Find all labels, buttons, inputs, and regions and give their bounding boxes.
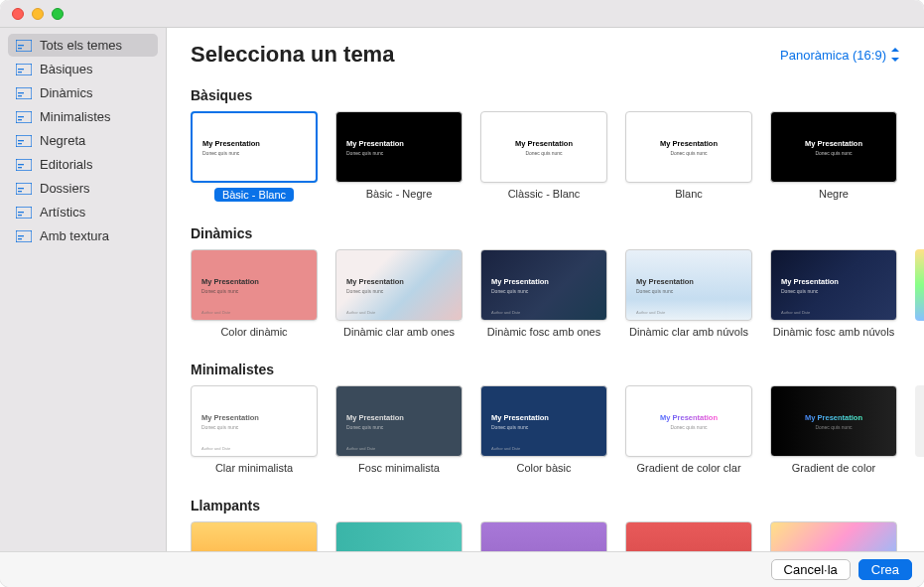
theme-item[interactable]: My PresentationDonec quis nuncBàsic - Bl… [191, 111, 318, 202]
cancel-button[interactable]: Cancel·la [771, 559, 851, 580]
theme-thumbnail[interactable]: My PresentationDonec quis nunc [335, 111, 462, 183]
preview-title: My Presentation [515, 139, 573, 148]
theme-item[interactable]: My PresentationDonec quis nuncGradient d… [770, 385, 897, 474]
sidebar-item-editorials[interactable]: Editorials [8, 153, 158, 176]
preview-title: My Presentation [660, 413, 718, 422]
svg-rect-20 [18, 191, 22, 192]
aspect-ratio-picker[interactable]: Panoràmica (16:9) [780, 48, 900, 63]
preview-subtitle: Donec quis nunc [346, 150, 462, 156]
fullscreen-window-button[interactable] [52, 8, 64, 20]
preview-title: My Presentation [491, 277, 606, 286]
theme-label: Gradient de color clar [636, 462, 740, 474]
preview-subtitle: Donec quis nunc [670, 150, 707, 156]
sidebar-item-artístics[interactable]: Artístics [8, 201, 158, 223]
sidebar-item-dossiers[interactable]: Dossiers [8, 177, 158, 200]
svg-rect-10 [18, 116, 24, 117]
preview-title: My Presentation [636, 277, 751, 286]
theme-item[interactable]: My PresentationDonec quis nuncClàssic - … [480, 111, 607, 202]
sidebar-item-label: Negreta [40, 133, 85, 148]
theme-thumbnail[interactable]: My PresentationDonec quis nunc [625, 385, 752, 457]
create-button[interactable]: Crea [858, 559, 912, 580]
sidebar-item-label: Tots els temes [40, 38, 122, 53]
section-bàsiques: BàsiquesMy PresentationDonec quis nuncBà… [167, 87, 924, 212]
close-window-button[interactable] [12, 8, 24, 20]
theme-item[interactable]: My PresentationDonec quis nuncGradient d… [625, 385, 752, 474]
category-icon [16, 39, 32, 53]
svg-rect-16 [18, 164, 24, 165]
theme-thumbnail[interactable]: My PresentationDonec quis nuncAuthor and… [191, 249, 318, 321]
theme-thumbnail[interactable]: My PresentationDonec quis nunc [625, 111, 752, 183]
theme-gallery[interactable]: Selecciona un tema Panoràmica (16:9) Bàs… [167, 28, 924, 551]
theme-thumbnail[interactable]: My PresentationDonec quis nunc [770, 385, 897, 457]
theme-thumbnail[interactable]: My PresentationDonec quis nuncAuthor and… [335, 385, 462, 457]
sidebar-item-tots-els-temes[interactable]: Tots els temes [8, 34, 158, 57]
sidebar-item-dinàmics[interactable]: Dinàmics [8, 81, 158, 104]
svg-rect-13 [18, 140, 24, 141]
theme-thumbnail[interactable] [770, 521, 897, 551]
preview-subtitle: Donec quis nunc [525, 150, 562, 156]
sidebar-item-label: Dinàmics [40, 85, 92, 100]
theme-label: Color bàsic [516, 462, 571, 474]
category-icon [16, 86, 32, 100]
theme-thumbnail[interactable]: My PresentationDonec quis nuncAuthor and… [335, 249, 462, 321]
sidebar-item-amb-textura[interactable]: Amb textura [8, 224, 158, 247]
preview-author: Author and Date [636, 310, 665, 315]
theme-item[interactable]: My PresentationDonec quis nuncAuthor and… [770, 249, 897, 338]
theme-thumbnail[interactable]: My PresentationDonec quis nunc [191, 111, 318, 183]
theme-row: My PresentationDonec quis nuncAuthor and… [191, 249, 924, 338]
svg-rect-19 [18, 188, 24, 189]
category-icon [16, 158, 32, 172]
section-dinàmics: DinàmicsMy PresentationDonec quis nuncAu… [167, 225, 924, 348]
preview-subtitle: Donec quis nunc [670, 424, 707, 430]
category-icon [16, 206, 32, 220]
sidebar-item-label: Artístics [40, 205, 85, 220]
preview-subtitle: Donec quis nunc [201, 288, 317, 294]
theme-thumbnail[interactable]: My PresentationDonec quis nuncAuthor and… [625, 249, 752, 321]
svg-rect-4 [18, 69, 24, 70]
theme-thumbnail[interactable] [625, 521, 752, 551]
theme-thumbnail[interactable]: My PresentationDonec quis nunc [770, 111, 897, 183]
theme-thumbnail[interactable] [335, 521, 462, 551]
minimize-window-button[interactable] [32, 8, 44, 20]
sidebar-item-bàsiques[interactable]: Bàsiques [8, 58, 158, 80]
sidebar-item-minimalistes[interactable]: Minimalistes [8, 105, 158, 128]
preview-title: My Presentation [346, 277, 462, 286]
preview-subtitle: Donec quis nunc [815, 424, 852, 430]
theme-item[interactable]: My PresentationDonec quis nuncNegre [770, 111, 897, 202]
theme-thumbnail[interactable]: My PresentationDonec quis nuncAuthor and… [770, 249, 897, 321]
theme-thumbnail[interactable]: My PresentationDonec quis nuncAuthor and… [480, 249, 607, 321]
section-llampants: Llampants [167, 498, 924, 551]
theme-item[interactable]: My PresentationDonec quis nuncAuthor and… [191, 385, 318, 474]
theme-thumbnail[interactable]: My PresentationDonec quis nuncAuthor and… [191, 385, 318, 457]
sidebar-item-label: Editorials [40, 157, 92, 172]
theme-item[interactable]: My PresentationDonec quis nuncBàsic - Ne… [335, 111, 462, 202]
theme-item[interactable]: My PresentationDonec quis nuncAuthor and… [480, 385, 607, 474]
theme-thumbnail[interactable] [480, 521, 607, 551]
theme-label: Clar minimalista [215, 462, 293, 474]
section-title: Llampants [191, 498, 924, 514]
theme-thumbnail[interactable] [191, 521, 318, 551]
theme-item[interactable]: My PresentationDonec quis nuncAuthor and… [480, 249, 607, 338]
preview-author: Author and Date [491, 310, 520, 315]
chevron-up-down-icon [890, 48, 900, 62]
preview-author: Author and Date [491, 446, 520, 451]
theme-item[interactable]: My PresentationDonec quis nuncAuthor and… [335, 249, 462, 338]
theme-label: Negre [819, 188, 849, 200]
svg-rect-7 [18, 92, 24, 93]
preview-title: My Presentation [491, 413, 606, 422]
theme-item[interactable]: My PresentationDonec quis nuncAuthor and… [625, 249, 752, 338]
theme-item[interactable]: My PresentationDonec quis nuncAuthor and… [191, 249, 318, 338]
theme-thumbnail[interactable]: My PresentationDonec quis nuncAuthor and… [480, 385, 607, 457]
preview-title: My Presentation [201, 413, 317, 422]
preview-title: My Presentation [201, 277, 317, 286]
theme-label: Dinàmic clar amb ones [343, 326, 455, 338]
preview-author: Author and Date [346, 446, 375, 451]
preview-subtitle: Donec quis nunc [346, 288, 462, 294]
preview-subtitle: Donec quis nunc [201, 424, 317, 430]
theme-item[interactable]: My PresentationDonec quis nuncBlanc [625, 111, 752, 202]
category-icon [16, 229, 32, 243]
sidebar-item-negreta[interactable]: Negreta [8, 129, 158, 152]
preview-title: My Presentation [202, 139, 316, 148]
theme-thumbnail[interactable]: My PresentationDonec quis nunc [480, 111, 607, 183]
theme-item[interactable]: My PresentationDonec quis nuncAuthor and… [335, 385, 462, 474]
